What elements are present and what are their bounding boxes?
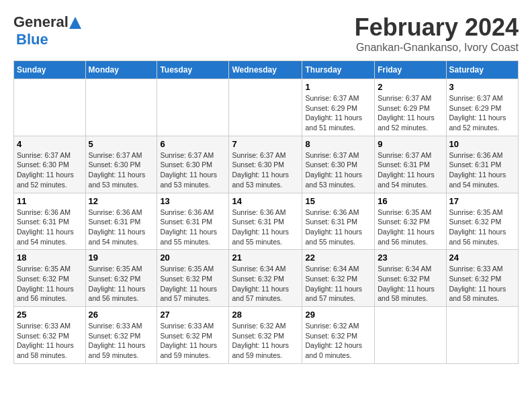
calendar-week-row: 25Sunrise: 6:33 AM Sunset: 6:32 PM Dayli… <box>14 307 519 364</box>
day-info: Sunrise: 6:35 AM Sunset: 6:32 PM Dayligh… <box>89 264 154 304</box>
calendar-cell <box>446 307 518 364</box>
calendar-body: 1Sunrise: 6:37 AM Sunset: 6:29 PM Daylig… <box>14 79 519 364</box>
day-info: Sunrise: 6:36 AM Sunset: 6:31 PM Dayligh… <box>17 208 83 247</box>
day-info: Sunrise: 6:33 AM Sunset: 6:32 PM Dayligh… <box>89 321 154 361</box>
day-number: 2 <box>378 82 443 92</box>
calendar-cell: 16Sunrise: 6:35 AM Sunset: 6:32 PM Dayli… <box>375 193 446 250</box>
calendar-cell <box>85 79 157 136</box>
calendar-week-row: 1Sunrise: 6:37 AM Sunset: 6:29 PM Daylig… <box>14 79 519 136</box>
day-info: Sunrise: 6:33 AM Sunset: 6:32 PM Dayligh… <box>17 321 83 361</box>
calendar-cell: 29Sunrise: 6:32 AM Sunset: 6:32 PM Dayli… <box>302 307 375 364</box>
calendar-cell: 25Sunrise: 6:33 AM Sunset: 6:32 PM Dayli… <box>14 307 86 364</box>
day-info: Sunrise: 6:36 AM Sunset: 6:31 PM Dayligh… <box>160 208 226 247</box>
day-number: 7 <box>232 139 299 149</box>
calendar-cell: 1Sunrise: 6:37 AM Sunset: 6:29 PM Daylig… <box>302 79 375 136</box>
day-info: Sunrise: 6:36 AM Sunset: 6:31 PM Dayligh… <box>232 208 299 247</box>
day-info: Sunrise: 6:32 AM Sunset: 6:32 PM Dayligh… <box>305 321 371 361</box>
day-number: 16 <box>378 196 443 206</box>
month-year: February 2024 <box>355 13 519 42</box>
day-number: 26 <box>89 310 154 320</box>
calendar-cell: 2Sunrise: 6:37 AM Sunset: 6:29 PM Daylig… <box>375 79 446 136</box>
day-number: 13 <box>160 196 226 206</box>
weekday-header-cell: Sunday <box>14 61 86 79</box>
logo: General Blue <box>13 13 81 48</box>
title-area: February 2024 Gnankan-Gnankanso, Ivory C… <box>355 13 519 54</box>
day-number: 14 <box>232 196 299 206</box>
weekday-header-cell: Tuesday <box>157 61 229 79</box>
day-info: Sunrise: 6:36 AM Sunset: 6:31 PM Dayligh… <box>305 208 371 247</box>
day-number: 8 <box>305 139 371 149</box>
day-number: 11 <box>17 196 83 206</box>
day-info: Sunrise: 6:35 AM Sunset: 6:32 PM Dayligh… <box>378 208 443 247</box>
calendar-cell: 27Sunrise: 6:33 AM Sunset: 6:32 PM Dayli… <box>157 307 229 364</box>
day-info: Sunrise: 6:37 AM Sunset: 6:30 PM Dayligh… <box>17 150 83 190</box>
logo-text: General <box>13 13 81 31</box>
day-info: Sunrise: 6:36 AM Sunset: 6:31 PM Dayligh… <box>449 150 515 190</box>
day-info: Sunrise: 6:33 AM Sunset: 6:32 PM Dayligh… <box>160 321 226 361</box>
calendar-week-row: 4Sunrise: 6:37 AM Sunset: 6:30 PM Daylig… <box>14 136 519 193</box>
day-number: 6 <box>160 139 226 149</box>
calendar-cell: 28Sunrise: 6:32 AM Sunset: 6:32 PM Dayli… <box>229 307 302 364</box>
calendar-week-row: 11Sunrise: 6:36 AM Sunset: 6:31 PM Dayli… <box>14 193 519 250</box>
day-info: Sunrise: 6:35 AM Sunset: 6:32 PM Dayligh… <box>17 264 83 304</box>
calendar-cell: 22Sunrise: 6:34 AM Sunset: 6:32 PM Dayli… <box>302 250 375 307</box>
header: General Blue February 2024 Gnankan-Gnank… <box>13 13 519 54</box>
day-number: 29 <box>305 310 371 320</box>
logo-blue-text: Blue <box>16 31 48 48</box>
day-info: Sunrise: 6:37 AM Sunset: 6:30 PM Dayligh… <box>305 150 371 190</box>
day-info: Sunrise: 6:37 AM Sunset: 6:29 PM Dayligh… <box>305 93 371 133</box>
calendar-cell: 14Sunrise: 6:36 AM Sunset: 6:31 PM Dayli… <box>229 193 302 250</box>
day-info: Sunrise: 6:37 AM Sunset: 6:30 PM Dayligh… <box>160 150 226 190</box>
calendar-cell: 24Sunrise: 6:33 AM Sunset: 6:32 PM Dayli… <box>446 250 518 307</box>
calendar-cell: 4Sunrise: 6:37 AM Sunset: 6:30 PM Daylig… <box>14 136 86 193</box>
calendar-cell <box>14 79 86 136</box>
calendar-cell <box>229 79 302 136</box>
calendar-cell: 18Sunrise: 6:35 AM Sunset: 6:32 PM Dayli… <box>14 250 86 307</box>
day-number: 10 <box>449 139 515 149</box>
calendar-cell: 5Sunrise: 6:37 AM Sunset: 6:30 PM Daylig… <box>85 136 157 193</box>
calendar-cell: 20Sunrise: 6:35 AM Sunset: 6:32 PM Dayli… <box>157 250 229 307</box>
location: Gnankan-Gnankanso, Ivory Coast <box>355 42 519 54</box>
logo-icon <box>69 17 81 29</box>
day-info: Sunrise: 6:35 AM Sunset: 6:32 PM Dayligh… <box>160 264 226 304</box>
calendar-cell: 13Sunrise: 6:36 AM Sunset: 6:31 PM Dayli… <box>157 193 229 250</box>
day-number: 24 <box>449 253 515 263</box>
calendar-cell: 12Sunrise: 6:36 AM Sunset: 6:31 PM Dayli… <box>85 193 157 250</box>
day-number: 17 <box>449 196 515 206</box>
day-info: Sunrise: 6:37 AM Sunset: 6:29 PM Dayligh… <box>449 93 515 133</box>
calendar-cell: 15Sunrise: 6:36 AM Sunset: 6:31 PM Dayli… <box>302 193 375 250</box>
day-info: Sunrise: 6:37 AM Sunset: 6:29 PM Dayligh… <box>378 93 443 133</box>
day-info: Sunrise: 6:34 AM Sunset: 6:32 PM Dayligh… <box>305 264 371 304</box>
day-number: 1 <box>305 82 371 92</box>
day-info: Sunrise: 6:37 AM Sunset: 6:30 PM Dayligh… <box>89 150 154 190</box>
calendar-cell: 8Sunrise: 6:37 AM Sunset: 6:30 PM Daylig… <box>302 136 375 193</box>
day-info: Sunrise: 6:37 AM Sunset: 6:31 PM Dayligh… <box>378 150 443 190</box>
calendar-cell: 26Sunrise: 6:33 AM Sunset: 6:32 PM Dayli… <box>85 307 157 364</box>
day-info: Sunrise: 6:35 AM Sunset: 6:32 PM Dayligh… <box>449 208 515 247</box>
day-number: 12 <box>89 196 154 206</box>
calendar-cell: 3Sunrise: 6:37 AM Sunset: 6:29 PM Daylig… <box>446 79 518 136</box>
calendar-week-row: 18Sunrise: 6:35 AM Sunset: 6:32 PM Dayli… <box>14 250 519 307</box>
calendar-cell: 7Sunrise: 6:37 AM Sunset: 6:30 PM Daylig… <box>229 136 302 193</box>
day-number: 23 <box>378 253 443 263</box>
calendar-table: SundayMondayTuesdayWednesdayThursdayFrid… <box>13 60 519 364</box>
day-info: Sunrise: 6:34 AM Sunset: 6:32 PM Dayligh… <box>232 264 299 304</box>
day-number: 22 <box>305 253 371 263</box>
day-number: 19 <box>89 253 154 263</box>
weekday-header-cell: Thursday <box>302 61 375 79</box>
calendar-cell: 23Sunrise: 6:34 AM Sunset: 6:32 PM Dayli… <box>375 250 446 307</box>
calendar-cell: 21Sunrise: 6:34 AM Sunset: 6:32 PM Dayli… <box>229 250 302 307</box>
calendar-cell: 17Sunrise: 6:35 AM Sunset: 6:32 PM Dayli… <box>446 193 518 250</box>
day-number: 5 <box>89 139 154 149</box>
calendar-cell: 6Sunrise: 6:37 AM Sunset: 6:30 PM Daylig… <box>157 136 229 193</box>
day-info: Sunrise: 6:37 AM Sunset: 6:30 PM Dayligh… <box>232 150 299 190</box>
weekday-header-cell: Wednesday <box>229 61 302 79</box>
calendar-cell: 9Sunrise: 6:37 AM Sunset: 6:31 PM Daylig… <box>375 136 446 193</box>
svg-marker-0 <box>69 17 81 29</box>
weekday-header-cell: Saturday <box>446 61 518 79</box>
day-number: 18 <box>17 253 83 263</box>
day-number: 15 <box>305 196 371 206</box>
calendar-cell: 19Sunrise: 6:35 AM Sunset: 6:32 PM Dayli… <box>85 250 157 307</box>
day-info: Sunrise: 6:34 AM Sunset: 6:32 PM Dayligh… <box>378 264 443 304</box>
calendar-cell <box>157 79 229 136</box>
